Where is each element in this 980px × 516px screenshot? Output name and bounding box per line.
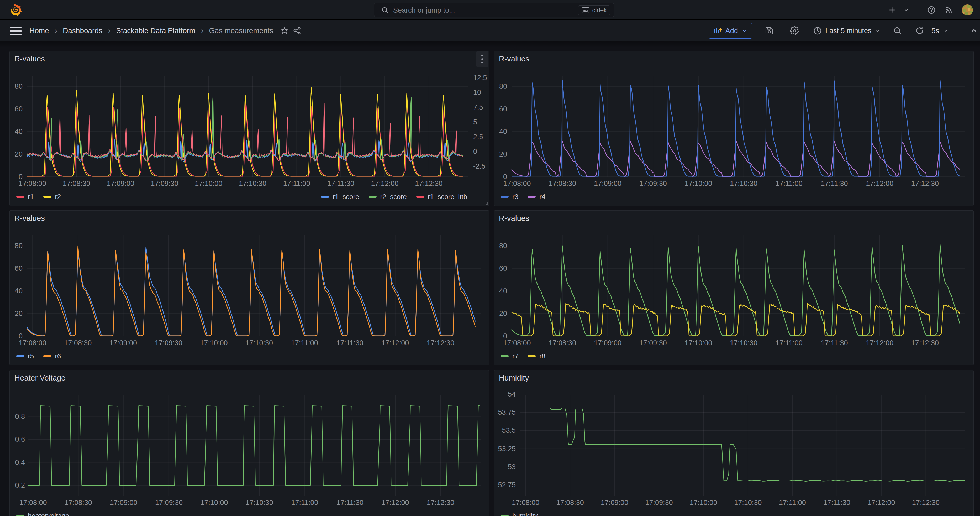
- svg-text:17:08:00: 17:08:00: [19, 180, 46, 188]
- svg-text:17:12:00: 17:12:00: [866, 339, 893, 347]
- svg-text:17:10:30: 17:10:30: [245, 339, 273, 347]
- svg-text:17:09:00: 17:09:00: [110, 339, 137, 347]
- svg-text:17:12:00: 17:12:00: [371, 180, 398, 188]
- svg-text:17:11:00: 17:11:00: [283, 180, 310, 188]
- svg-text:17:11:00: 17:11:00: [776, 339, 803, 347]
- svg-text:17:12:30: 17:12:30: [911, 339, 939, 347]
- svg-text:17:10:00: 17:10:00: [200, 339, 228, 347]
- svg-text:17:10:00: 17:10:00: [684, 339, 712, 347]
- svg-text:17:11:00: 17:11:00: [291, 339, 318, 347]
- svg-text:0.4: 0.4: [15, 459, 25, 467]
- svg-text:53.5: 53.5: [502, 427, 516, 434]
- svg-text:17:08:00: 17:08:00: [503, 339, 531, 347]
- svg-text:40: 40: [499, 127, 507, 135]
- svg-text:17:11:00: 17:11:00: [776, 180, 803, 188]
- svg-text:17:08:30: 17:08:30: [65, 498, 92, 506]
- svg-text:17:10:30: 17:10:30: [730, 180, 757, 188]
- svg-text:-2.5: -2.5: [473, 162, 485, 170]
- svg-text:12.5: 12.5: [473, 74, 487, 82]
- svg-text:17:08:00: 17:08:00: [19, 498, 47, 506]
- svg-text:17:08:30: 17:08:30: [557, 498, 584, 506]
- svg-text:20: 20: [15, 310, 22, 317]
- svg-text:17:10:30: 17:10:30: [730, 339, 757, 347]
- svg-text:53: 53: [508, 463, 516, 471]
- svg-text:17:10:00: 17:10:00: [684, 180, 712, 188]
- svg-text:53.75: 53.75: [498, 408, 516, 416]
- svg-text:17:11:00: 17:11:00: [779, 498, 806, 506]
- svg-text:17:08:00: 17:08:00: [19, 339, 46, 347]
- svg-text:17:12:00: 17:12:00: [381, 339, 409, 347]
- svg-text:17:12:30: 17:12:30: [415, 180, 442, 188]
- svg-text:17:10:30: 17:10:30: [734, 498, 762, 506]
- svg-text:80: 80: [499, 242, 507, 250]
- svg-text:17:10:00: 17:10:00: [200, 498, 228, 506]
- svg-text:17:08:30: 17:08:30: [549, 339, 576, 347]
- svg-text:17:09:00: 17:09:00: [107, 180, 134, 188]
- svg-text:17:12:30: 17:12:30: [912, 498, 940, 506]
- svg-text:17:12:30: 17:12:30: [427, 339, 454, 347]
- svg-text:17:09:00: 17:09:00: [594, 339, 622, 347]
- svg-text:17:09:00: 17:09:00: [594, 180, 622, 188]
- svg-text:17:11:30: 17:11:30: [327, 180, 354, 188]
- svg-text:20: 20: [15, 150, 22, 158]
- svg-text:2.5: 2.5: [473, 133, 483, 141]
- svg-text:60: 60: [15, 105, 22, 113]
- svg-text:17:12:00: 17:12:00: [866, 180, 893, 188]
- svg-text:60: 60: [15, 264, 22, 272]
- svg-text:17:12:00: 17:12:00: [382, 498, 409, 506]
- svg-text:54: 54: [508, 390, 516, 398]
- svg-text:80: 80: [15, 242, 22, 250]
- svg-text:17:09:30: 17:09:30: [151, 180, 178, 188]
- svg-text:17:09:30: 17:09:30: [155, 339, 182, 347]
- svg-text:17:09:00: 17:09:00: [601, 498, 628, 506]
- svg-text:17:11:30: 17:11:30: [336, 498, 363, 506]
- svg-text:5: 5: [473, 118, 477, 126]
- svg-text:17:08:00: 17:08:00: [503, 180, 531, 188]
- svg-text:17:10:00: 17:10:00: [690, 498, 717, 506]
- svg-text:20: 20: [499, 150, 507, 158]
- svg-text:52.75: 52.75: [498, 481, 516, 489]
- svg-text:17:10:30: 17:10:30: [239, 180, 266, 188]
- svg-text:17:11:30: 17:11:30: [821, 180, 848, 188]
- svg-text:17:09:30: 17:09:30: [155, 498, 183, 506]
- svg-text:17:11:30: 17:11:30: [823, 498, 850, 506]
- svg-text:17:08:30: 17:08:30: [63, 180, 90, 188]
- svg-text:17:10:00: 17:10:00: [195, 180, 222, 188]
- svg-text:7.5: 7.5: [473, 104, 483, 111]
- svg-text:0: 0: [473, 148, 477, 156]
- svg-text:17:12:00: 17:12:00: [867, 498, 895, 506]
- svg-text:80: 80: [499, 83, 507, 90]
- svg-text:17:08:00: 17:08:00: [512, 498, 539, 506]
- svg-text:0.2: 0.2: [15, 481, 25, 489]
- svg-text:60: 60: [499, 264, 507, 272]
- svg-text:17:10:30: 17:10:30: [246, 498, 273, 506]
- svg-text:17:12:30: 17:12:30: [427, 498, 454, 506]
- svg-text:0.8: 0.8: [15, 412, 25, 420]
- svg-text:0.6: 0.6: [15, 435, 25, 443]
- svg-text:17:09:30: 17:09:30: [640, 180, 667, 188]
- svg-text:17:11:30: 17:11:30: [821, 339, 848, 347]
- svg-text:17:09:30: 17:09:30: [645, 498, 673, 506]
- svg-text:17:09:30: 17:09:30: [640, 339, 667, 347]
- svg-text:17:08:30: 17:08:30: [549, 180, 576, 188]
- svg-text:17:08:30: 17:08:30: [64, 339, 92, 347]
- svg-text:10: 10: [473, 89, 481, 96]
- svg-text:60: 60: [499, 105, 507, 113]
- svg-text:17:11:30: 17:11:30: [336, 339, 363, 347]
- svg-text:40: 40: [499, 287, 507, 295]
- svg-text:53.25: 53.25: [498, 445, 516, 453]
- svg-text:17:12:30: 17:12:30: [911, 180, 939, 188]
- svg-text:40: 40: [15, 287, 22, 295]
- svg-text:40: 40: [15, 127, 22, 135]
- svg-text:17:11:00: 17:11:00: [291, 498, 318, 506]
- svg-text:20: 20: [499, 310, 507, 317]
- svg-text:17:09:00: 17:09:00: [110, 498, 137, 506]
- svg-text:80: 80: [15, 83, 22, 90]
